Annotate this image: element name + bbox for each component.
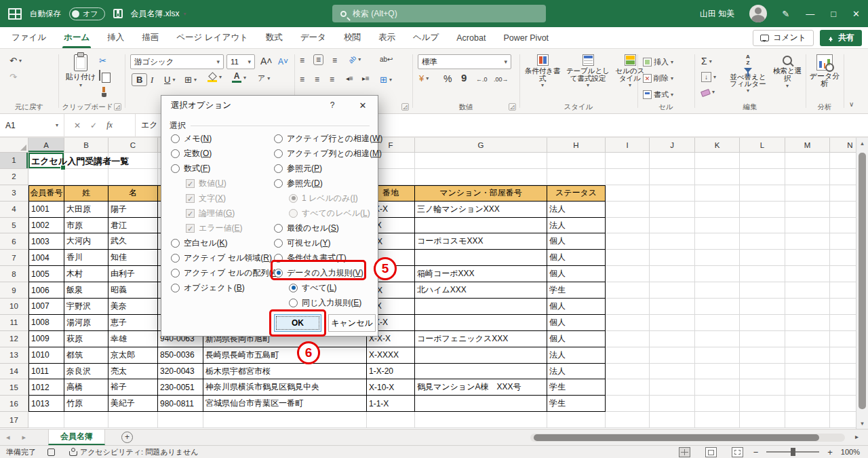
undo-button[interactable]: ↶▾ (9, 56, 22, 66)
cell-H3[interactable]: ステータス (547, 185, 606, 202)
cell-K1[interactable] (695, 153, 740, 169)
cell-K13[interactable] (695, 347, 740, 364)
cell-N2[interactable] (830, 169, 856, 185)
cell-A9[interactable]: 1006 (28, 282, 64, 299)
cell-M4[interactable] (785, 202, 830, 218)
cell-M17[interactable] (785, 412, 830, 428)
row-header-12[interactable]: 12 (0, 331, 28, 347)
cell-L16[interactable] (740, 396, 785, 412)
cell-G15[interactable]: 鶴見マンションA棟 XXX号 (415, 379, 547, 396)
column-header-B[interactable]: B (64, 138, 108, 153)
ribbon-tab-表示[interactable]: 表示 (370, 27, 404, 48)
cell-J17[interactable] (650, 412, 695, 428)
cell-M10[interactable] (785, 299, 830, 315)
cell-B7[interactable]: 香川 (64, 250, 108, 266)
cell-H9[interactable]: 学生 (547, 282, 606, 299)
column-header-H[interactable]: H (547, 138, 606, 153)
currency-format-button[interactable]: ¥▾ (419, 73, 429, 83)
cancel-entry-icon[interactable]: ✕ (74, 121, 81, 130)
cell-J7[interactable] (650, 250, 695, 266)
cell-N11[interactable] (830, 315, 856, 331)
cell-styles-button[interactable]: セルのスタイル▾ (614, 54, 646, 88)
cell-G10[interactable] (415, 299, 547, 315)
cell-J6[interactable] (650, 233, 695, 250)
cell-H5[interactable]: 法人 (547, 218, 606, 234)
cell-A14[interactable]: 1011 (28, 364, 64, 380)
cell-N6[interactable] (830, 233, 856, 250)
cell-H8[interactable]: 個人 (547, 266, 606, 282)
cell-K10[interactable] (695, 299, 740, 315)
cell-J14[interactable] (650, 364, 695, 380)
cell-I12[interactable] (606, 331, 650, 347)
minimize-button[interactable]: — (797, 9, 823, 19)
confirm-entry-icon[interactable]: ✓ (90, 121, 97, 130)
cell-K4[interactable] (695, 202, 740, 218)
cell-K17[interactable] (695, 412, 740, 428)
scroll-right-icon[interactable]: ▸ (855, 433, 859, 440)
cell-C10[interactable]: 美奈 (108, 299, 158, 315)
cell-C15[interactable]: 裕子 (108, 379, 158, 396)
cell-L3[interactable] (740, 185, 785, 202)
cell-J3[interactable] (650, 185, 695, 202)
ribbon-tab-Power Pivot[interactable]: Power Pivot (494, 27, 557, 48)
column-header-L[interactable]: L (740, 138, 785, 153)
cell-C14[interactable]: 亮太 (108, 364, 158, 380)
cell-M9[interactable] (785, 282, 830, 299)
cell-M13[interactable] (785, 347, 830, 364)
cell-G14[interactable] (415, 364, 547, 380)
cell-J5[interactable] (650, 218, 695, 234)
radio-icon[interactable] (274, 149, 283, 158)
ribbon-tab-データ[interactable]: データ (292, 27, 335, 48)
row-header-17[interactable]: 17 (0, 412, 28, 428)
column-header-J[interactable]: J (650, 138, 695, 153)
cell-J13[interactable] (650, 347, 695, 364)
find-select-button[interactable]: 検索と選択▾ (770, 56, 804, 89)
scroll-up-icon[interactable]: ▴ (856, 140, 868, 147)
cell-L7[interactable] (740, 250, 785, 266)
sheet-tab-active[interactable]: 会員名簿 (48, 430, 105, 445)
ribbon-tab-挿入[interactable]: 挿入 (98, 27, 133, 48)
cell-G9[interactable]: 北ハイムXXX (415, 282, 547, 299)
row-header-9[interactable]: 9 (0, 282, 28, 299)
cell-B15[interactable]: 高橋 (64, 379, 108, 396)
restore-button[interactable]: □ (823, 9, 844, 19)
cell-I15[interactable] (606, 379, 650, 396)
prev-sheet-icon[interactable]: ◂ (0, 433, 16, 442)
radio-icon[interactable] (171, 164, 180, 173)
cell-G11[interactable] (415, 315, 547, 331)
cell-A3[interactable]: 会員番号 (28, 185, 64, 202)
dialog-option[interactable]: 数式(F) (171, 161, 280, 176)
dialog-option[interactable]: アクティブ列との相違(M) (274, 146, 382, 161)
comma-style-icon[interactable]: 9 (461, 72, 467, 83)
cell-L9[interactable] (740, 282, 785, 299)
cell-J15[interactable] (650, 379, 695, 396)
cell-H4[interactable]: 法人 (547, 202, 606, 218)
cell-C12[interactable]: 幸雄 (108, 331, 158, 347)
autosum-button[interactable]: Σ▾ (701, 56, 712, 66)
redo-button[interactable]: ↷ (9, 72, 17, 82)
cell-N13[interactable] (830, 347, 856, 364)
cell-B12[interactable]: 萩原 (64, 331, 108, 347)
cell-I6[interactable] (606, 233, 650, 250)
cell-H16[interactable]: 学生 (547, 396, 606, 412)
radio-icon[interactable] (171, 254, 180, 263)
cell-G5[interactable] (415, 218, 547, 234)
radio-icon[interactable] (171, 284, 180, 292)
cell-K16[interactable] (695, 396, 740, 412)
cell-I7[interactable] (606, 250, 650, 266)
fill-button[interactable]: ↓▾ (701, 72, 716, 82)
cell-G16[interactable] (415, 396, 547, 412)
cell-C7[interactable]: 知佳 (108, 250, 158, 266)
cell-J9[interactable] (650, 282, 695, 299)
collapse-ribbon-icon[interactable]: ∨ (849, 100, 854, 108)
conditional-formatting-button[interactable]: 条件付き書式▾ (524, 54, 561, 88)
ribbon-tab-Acrobat[interactable]: Acrobat (448, 27, 494, 48)
comments-button[interactable]: コメント (753, 30, 814, 46)
cell-J4[interactable] (650, 202, 695, 218)
cell-K15[interactable] (695, 379, 740, 396)
cell-K12[interactable] (695, 331, 740, 347)
row-header-8[interactable]: 8 (0, 266, 28, 282)
cell-B9[interactable]: 飯泉 (64, 282, 108, 299)
row-header-13[interactable]: 13 (0, 347, 28, 364)
radio-icon[interactable] (171, 269, 180, 278)
